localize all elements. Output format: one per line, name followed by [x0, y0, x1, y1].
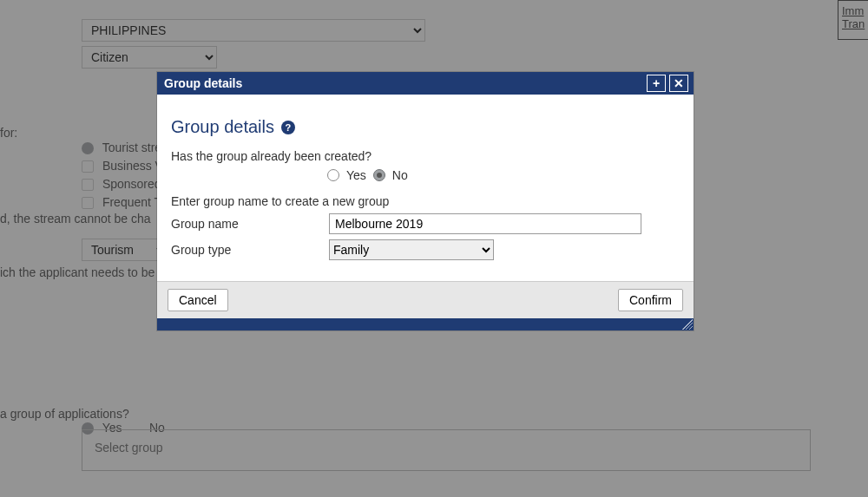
modal-title: Group details — [164, 76, 643, 90]
group-type-select[interactable]: Family — [329, 239, 494, 260]
group-type-label: Group type — [171, 243, 329, 257]
modal-heading-text: Group details — [171, 117, 274, 137]
help-icon[interactable]: ? — [281, 121, 295, 134]
created-yes-label: Yes — [346, 168, 366, 182]
confirm-button[interactable]: Confirm — [618, 289, 683, 311]
cancel-button[interactable]: Cancel — [168, 289, 228, 311]
plus-icon: + — [653, 76, 660, 90]
create-instruction: Enter group name to create a new group — [171, 194, 680, 208]
modal-heading: Group details ? — [171, 117, 680, 137]
created-no-label: No — [392, 168, 408, 182]
created-question: Has the group already been created? — [171, 149, 680, 163]
group-name-row: Group name — [171, 213, 680, 234]
group-name-input[interactable] — [329, 213, 641, 234]
created-no-radio[interactable] — [373, 169, 385, 181]
close-button[interactable]: ✕ — [669, 75, 688, 92]
modal-resize-bar — [157, 318, 694, 330]
modal-footer: Cancel Confirm — [157, 281, 694, 318]
created-yes-radio[interactable] — [327, 169, 339, 181]
expand-button[interactable]: + — [647, 75, 666, 92]
group-type-row: Group type Family — [171, 239, 680, 260]
resize-handle-icon[interactable] — [682, 319, 693, 330]
created-radio-group: Yes No — [327, 168, 680, 182]
group-details-modal: Group details + ✕ Group details ? Has th… — [157, 72, 694, 330]
close-icon: ✕ — [674, 76, 684, 90]
modal-titlebar: Group details + ✕ — [157, 72, 694, 95]
group-name-label: Group name — [171, 217, 329, 231]
modal-body: Group details ? Has the group already be… — [157, 95, 694, 281]
